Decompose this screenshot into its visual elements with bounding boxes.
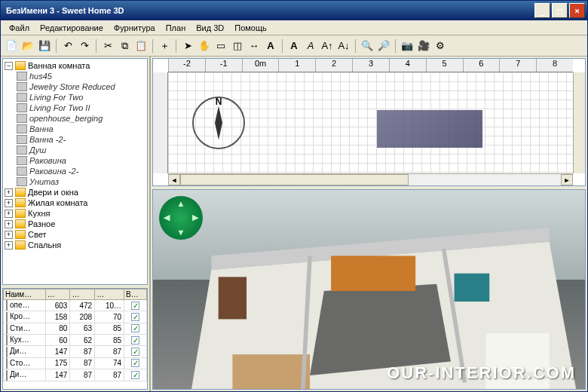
save-icon[interactable]: 💾 bbox=[37, 38, 52, 54]
room-icon[interactable]: ◫ bbox=[230, 38, 245, 54]
table-row[interactable]: Ди…1478787✓ bbox=[4, 369, 147, 381]
expand-icon[interactable]: + bbox=[5, 199, 13, 207]
expand-icon[interactable]: + bbox=[5, 188, 13, 197]
cell-visible[interactable]: ✓ bbox=[124, 357, 147, 369]
catalog-item[interactable]: Ванна -2- bbox=[5, 134, 145, 145]
arrow-right-icon[interactable]: ▶ bbox=[192, 213, 198, 222]
checkbox-icon[interactable]: ✓ bbox=[131, 359, 139, 367]
scroll-track[interactable] bbox=[180, 174, 561, 185]
table-row[interactable]: Кух…606285✓ bbox=[4, 335, 147, 346]
copy-icon[interactable]: ⧉ bbox=[117, 38, 132, 54]
table-row[interactable]: Кро…15820870✓ bbox=[4, 311, 147, 323]
zoom-out-icon[interactable]: 🔎 bbox=[376, 38, 391, 54]
checkbox-icon[interactable]: ✓ bbox=[131, 302, 139, 310]
arrow-left-icon[interactable]: ◀ bbox=[164, 213, 170, 222]
cell-visible[interactable]: ✓ bbox=[124, 311, 147, 323]
menu-furniture[interactable]: Фурнитура bbox=[109, 22, 161, 34]
undo-icon[interactable]: ↶ bbox=[60, 38, 75, 54]
bold-icon[interactable]: A bbox=[286, 38, 302, 54]
catalog-folder[interactable]: +Кухня bbox=[5, 208, 145, 219]
catalog-item[interactable]: openhouse_berging bbox=[5, 113, 145, 124]
checkbox-icon[interactable]: ✓ bbox=[131, 313, 139, 321]
select-icon[interactable]: ➤ bbox=[180, 38, 195, 54]
new-icon[interactable]: 📄 bbox=[4, 38, 19, 54]
catalog-folder[interactable]: +Свет bbox=[5, 229, 145, 240]
catalog-item[interactable]: Раковина -2- bbox=[5, 166, 145, 176]
catalog-tree[interactable]: − Ванная комната hus45Jewelry Store Redu… bbox=[2, 58, 148, 285]
titlebar[interactable]: БезИмени 3 - Sweet Home 3D _ □ × bbox=[1, 1, 587, 20]
table-row[interactable]: Ди…1478787✓ bbox=[4, 346, 147, 357]
close-button[interactable]: × bbox=[569, 3, 585, 18]
catalog-item[interactable]: Душ bbox=[5, 145, 145, 155]
menu-view3d[interactable]: Вид 3D bbox=[191, 22, 229, 34]
expand-icon[interactable]: + bbox=[5, 231, 13, 239]
table-header[interactable]: … bbox=[45, 289, 70, 300]
dimension-icon[interactable]: ↔ bbox=[247, 38, 262, 54]
zoom-in-icon[interactable]: 🔍 bbox=[360, 38, 375, 54]
catalog-item[interactable]: hus45 bbox=[5, 71, 145, 81]
catalog-item[interactable]: Раковина bbox=[5, 155, 145, 166]
scroll-right-icon[interactable]: ► bbox=[561, 174, 573, 185]
compass-icon[interactable] bbox=[192, 96, 245, 149]
increase-text-icon[interactable]: A↑ bbox=[320, 38, 335, 54]
catalog-item[interactable]: Унитаз bbox=[5, 176, 145, 187]
pan-icon[interactable]: ✋ bbox=[197, 38, 212, 54]
checkbox-icon[interactable]: ✓ bbox=[131, 336, 139, 345]
cell-visible[interactable]: ✓ bbox=[124, 335, 147, 346]
table-header[interactable]: Наим… bbox=[4, 289, 46, 300]
plan-view[interactable]: -2-10m12345678 ◄ ► bbox=[152, 58, 586, 186]
expand-icon[interactable]: + bbox=[5, 220, 13, 228]
cut-icon[interactable]: ✂ bbox=[100, 38, 115, 54]
video-icon[interactable]: 🎥 bbox=[416, 38, 431, 54]
open-icon[interactable]: 📂 bbox=[20, 38, 35, 54]
catalog-folder[interactable]: +Спальня bbox=[5, 240, 145, 250]
maximize-button[interactable]: □ bbox=[552, 3, 568, 18]
text-icon[interactable]: A bbox=[263, 38, 278, 54]
catalog-item[interactable]: Ванна bbox=[5, 124, 145, 134]
redo-icon[interactable]: ↷ bbox=[77, 38, 92, 54]
menu-edit[interactable]: Редактирование bbox=[35, 22, 109, 34]
scroll-thumb[interactable] bbox=[180, 174, 409, 185]
add-furniture-icon[interactable]: ＋ bbox=[157, 38, 172, 54]
catalog-item[interactable]: Living For Two bbox=[5, 92, 145, 103]
catalog-folder[interactable]: +Разное bbox=[5, 219, 145, 229]
expand-icon[interactable]: + bbox=[5, 210, 13, 218]
table-header[interactable]: В… bbox=[124, 289, 147, 300]
menu-help[interactable]: Помощь bbox=[229, 22, 272, 34]
vertical-scrollbar[interactable] bbox=[573, 72, 585, 173]
tree-root[interactable]: − Ванная комната bbox=[5, 60, 145, 71]
expand-icon[interactable]: + bbox=[5, 241, 13, 250]
cell-visible[interactable]: ✓ bbox=[124, 323, 147, 334]
checkbox-icon[interactable]: ✓ bbox=[131, 348, 139, 356]
cell-visible[interactable]: ✓ bbox=[124, 346, 147, 357]
arrow-up-icon[interactable]: ▲ bbox=[177, 199, 185, 208]
decrease-text-icon[interactable]: A↓ bbox=[336, 38, 351, 54]
catalog-folder[interactable]: +Жилая комната bbox=[5, 198, 145, 208]
furniture-table[interactable]: Наим…………В… опе…60347210…✓Кро…15820870✓Ст… bbox=[2, 288, 148, 390]
menu-file[interactable]: Файл bbox=[4, 22, 35, 34]
scroll-left-icon[interactable]: ◄ bbox=[168, 174, 180, 185]
table-header[interactable]: … bbox=[95, 289, 124, 300]
italic-icon[interactable]: A bbox=[303, 38, 318, 54]
view-3d[interactable]: ▲ ◀▶ ▼ OUR-INTERIOR.COM bbox=[152, 189, 586, 390]
minimize-button[interactable]: _ bbox=[534, 3, 550, 18]
preferences-icon[interactable]: ⚙ bbox=[433, 38, 448, 54]
checkbox-icon[interactable]: ✓ bbox=[131, 371, 139, 379]
horizontal-scrollbar[interactable]: ◄ ► bbox=[168, 173, 573, 185]
catalog-folder[interactable]: +Двери и окна bbox=[5, 187, 145, 198]
table-header[interactable]: … bbox=[70, 289, 95, 300]
menu-plan[interactable]: План bbox=[161, 22, 191, 34]
table-row[interactable]: опе…60347210…✓ bbox=[4, 300, 147, 311]
checkbox-icon[interactable]: ✓ bbox=[131, 324, 139, 332]
plan-model-preview[interactable] bbox=[377, 110, 482, 148]
cell-visible[interactable]: ✓ bbox=[124, 369, 147, 381]
catalog-item[interactable]: Living For Two II bbox=[5, 103, 145, 113]
catalog-item[interactable]: Jewelry Store Reduced bbox=[5, 81, 145, 92]
table-row[interactable]: Сто…1758774✓ bbox=[4, 357, 147, 369]
paste-icon[interactable]: 📋 bbox=[133, 38, 149, 54]
cell-visible[interactable]: ✓ bbox=[124, 300, 147, 311]
photo-icon[interactable]: 📷 bbox=[400, 38, 415, 54]
plan-canvas[interactable] bbox=[168, 72, 573, 173]
collapse-icon[interactable]: − bbox=[5, 62, 13, 70]
wall-icon[interactable]: ▭ bbox=[213, 38, 228, 54]
